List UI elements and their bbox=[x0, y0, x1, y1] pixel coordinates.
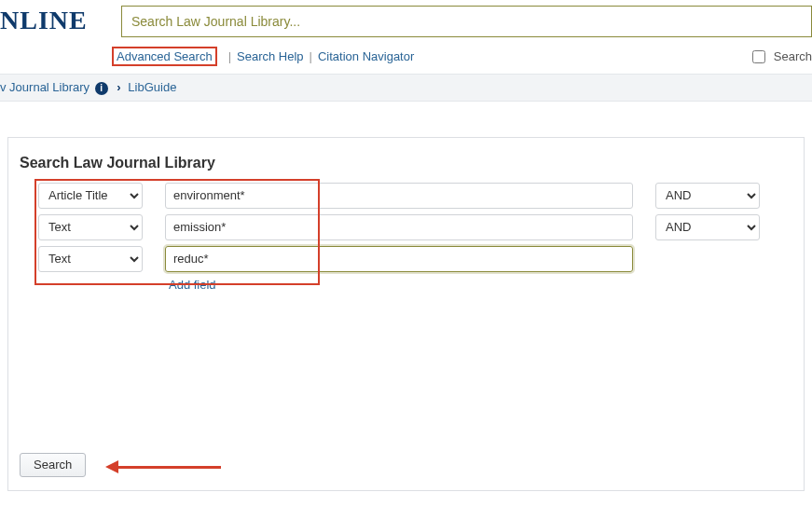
separator: | bbox=[228, 49, 231, 63]
term-input[interactable] bbox=[165, 183, 633, 209]
search-scope-checkbox[interactable]: Search bbox=[749, 48, 812, 66]
chevron-right-icon: › bbox=[117, 80, 120, 94]
search-scope-label: Search bbox=[774, 49, 812, 63]
field-select[interactable]: Article TitleText bbox=[38, 183, 143, 209]
advanced-search-link[interactable]: Advanced Search bbox=[117, 49, 213, 63]
search-button[interactable]: Search bbox=[20, 453, 86, 477]
term-input[interactable] bbox=[165, 246, 633, 272]
term-input[interactable] bbox=[165, 214, 633, 240]
field-select[interactable]: Article TitleText bbox=[38, 214, 143, 240]
search-help-link[interactable]: Search Help bbox=[237, 49, 304, 63]
field-select[interactable]: Article TitleText bbox=[38, 246, 143, 272]
search-scope-checkbox-input[interactable] bbox=[752, 50, 765, 63]
info-icon[interactable]: i bbox=[95, 82, 108, 95]
breadcrumb: v Journal Library i › LibGuide bbox=[0, 74, 812, 102]
annotation-arrow bbox=[100, 460, 221, 473]
search-row: Article TitleText bbox=[38, 246, 792, 272]
citation-navigator-link[interactable]: Citation Navigator bbox=[318, 49, 414, 63]
operator-select[interactable]: ANDORNOT bbox=[655, 183, 760, 209]
operator-select[interactable]: ANDORNOT bbox=[655, 214, 760, 240]
logo-fragment: NLINE bbox=[0, 0, 121, 35]
panel-title: Search Law Journal Library bbox=[20, 155, 792, 171]
breadcrumb-library[interactable]: v Journal Library bbox=[0, 80, 89, 94]
search-row: Article TitleTextANDORNOT bbox=[38, 214, 792, 240]
search-row: Article TitleTextANDORNOT bbox=[38, 183, 792, 209]
add-field-link[interactable]: Add field bbox=[169, 278, 792, 292]
separator: | bbox=[310, 49, 312, 63]
advanced-search-panel: Search Law Journal Library Article Title… bbox=[7, 137, 805, 491]
global-search-input[interactable] bbox=[121, 6, 812, 37]
breadcrumb-libguide[interactable]: LibGuide bbox=[128, 80, 176, 94]
highlight-advanced-search: Advanced Search bbox=[112, 47, 217, 66]
